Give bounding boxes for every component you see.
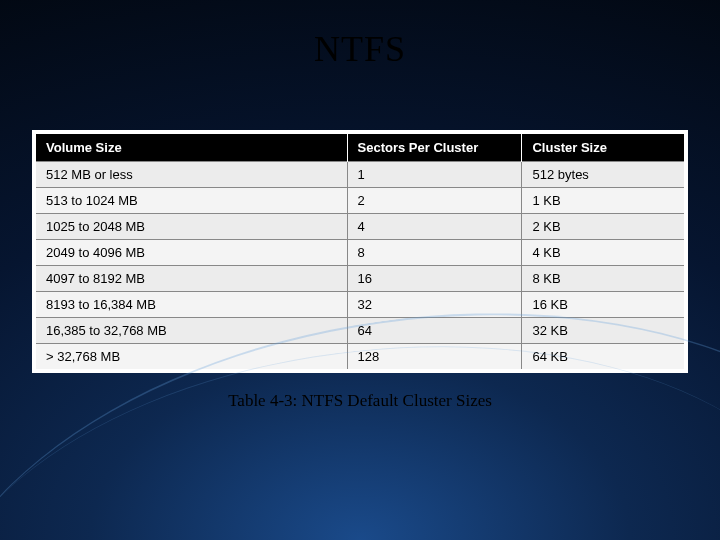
- cell-volume: 2049 to 4096 MB: [36, 240, 347, 266]
- table-caption: Table 4-3: NTFS Default Cluster Sizes: [0, 391, 720, 411]
- cell-cluster: 4 KB: [522, 240, 684, 266]
- cell-sectors: 2: [347, 188, 522, 214]
- cell-sectors: 4: [347, 214, 522, 240]
- table-row: 512 MB or less 1 512 bytes: [36, 162, 684, 188]
- cell-cluster: 64 KB: [522, 344, 684, 370]
- cell-volume: 16,385 to 32,768 MB: [36, 318, 347, 344]
- cell-volume: 512 MB or less: [36, 162, 347, 188]
- table-header-row: Volume Size Sectors Per Cluster Cluster …: [36, 134, 684, 162]
- table-row: 513 to 1024 MB 2 1 KB: [36, 188, 684, 214]
- cell-cluster: 1 KB: [522, 188, 684, 214]
- table-row: > 32,768 MB 128 64 KB: [36, 344, 684, 370]
- table-row: 1025 to 2048 MB 4 2 KB: [36, 214, 684, 240]
- cluster-size-table: Volume Size Sectors Per Cluster Cluster …: [36, 134, 684, 369]
- table-row: 16,385 to 32,768 MB 64 32 KB: [36, 318, 684, 344]
- cell-cluster: 2 KB: [522, 214, 684, 240]
- cell-cluster: 16 KB: [522, 292, 684, 318]
- cell-cluster: 512 bytes: [522, 162, 684, 188]
- slide-title: NTFS: [0, 28, 720, 70]
- cell-volume: 1025 to 2048 MB: [36, 214, 347, 240]
- cell-volume: > 32,768 MB: [36, 344, 347, 370]
- cell-sectors: 64: [347, 318, 522, 344]
- cell-sectors: 1: [347, 162, 522, 188]
- table-row: 4097 to 8192 MB 16 8 KB: [36, 266, 684, 292]
- cell-cluster: 32 KB: [522, 318, 684, 344]
- header-volume-size: Volume Size: [36, 134, 347, 162]
- cell-volume: 8193 to 16,384 MB: [36, 292, 347, 318]
- cell-sectors: 16: [347, 266, 522, 292]
- cell-sectors: 32: [347, 292, 522, 318]
- cell-volume: 513 to 1024 MB: [36, 188, 347, 214]
- cluster-size-table-container: Volume Size Sectors Per Cluster Cluster …: [32, 130, 688, 373]
- cell-cluster: 8 KB: [522, 266, 684, 292]
- table-row: 8193 to 16,384 MB 32 16 KB: [36, 292, 684, 318]
- header-sectors-per-cluster: Sectors Per Cluster: [347, 134, 522, 162]
- table-row: 2049 to 4096 MB 8 4 KB: [36, 240, 684, 266]
- cell-sectors: 128: [347, 344, 522, 370]
- cell-volume: 4097 to 8192 MB: [36, 266, 347, 292]
- header-cluster-size: Cluster Size: [522, 134, 684, 162]
- cell-sectors: 8: [347, 240, 522, 266]
